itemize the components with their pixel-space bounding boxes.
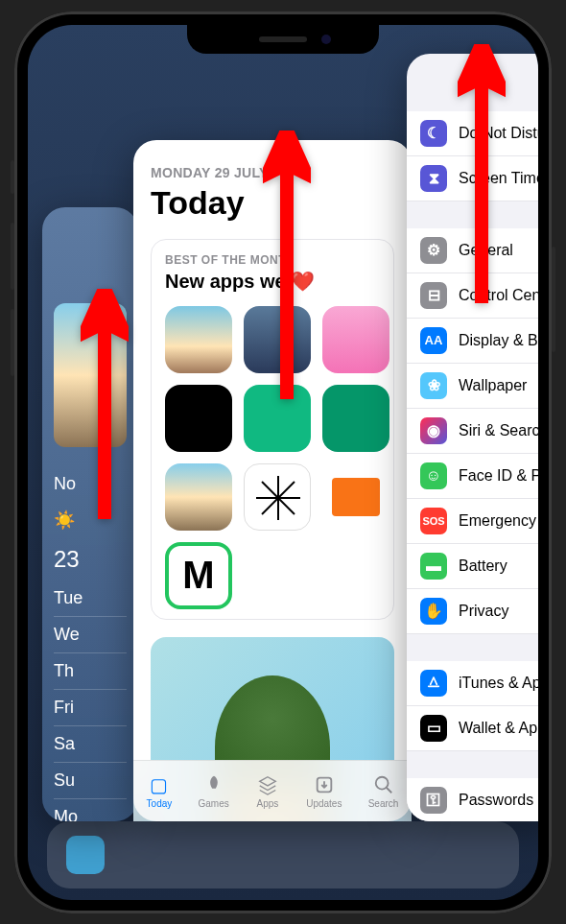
swipe-up-arrow xyxy=(263,130,311,403)
tab-updates[interactable]: Updates xyxy=(306,773,342,809)
settings-separator xyxy=(407,751,538,778)
iphone-frame: • • • • • • • • • • No ☀️ 23 Tue We Th F… xyxy=(14,12,552,913)
settings-row-wallet[interactable]: ▭ Wallet & Apple Pay xyxy=(407,706,538,751)
power-button xyxy=(552,247,555,352)
weather-day: Sa xyxy=(54,726,127,763)
tab-today[interactable]: ▢ Today xyxy=(147,773,173,809)
download-icon xyxy=(312,773,337,796)
volume-down-button xyxy=(11,309,14,376)
settings-row-emergency[interactable]: SOS Emergency SOS xyxy=(407,499,538,544)
settings-row-battery[interactable]: ▬ Battery xyxy=(407,544,538,589)
gear-icon: ⚙ xyxy=(420,237,447,264)
tab-games[interactable]: Games xyxy=(199,773,229,809)
rocket-icon xyxy=(201,773,226,796)
app-tile[interactable] xyxy=(244,463,311,531)
swipe-up-arrow xyxy=(81,289,129,523)
settings-group: iTunes & App Store ▭ Wallet & Apple Pay xyxy=(407,661,538,751)
app-tile[interactable] xyxy=(322,306,389,373)
silence-switch xyxy=(11,160,14,194)
app-tile[interactable] xyxy=(322,463,389,531)
weather-day: Th xyxy=(54,653,127,690)
appstore-tab-bar: ▢ Today Games Apps xyxy=(133,760,412,821)
phone-screen: • • • • • • • • • • No ☀️ 23 Tue We Th F… xyxy=(28,25,538,900)
settings-row-itunes[interactable]: iTunes & App Store xyxy=(407,661,538,706)
app-tile-m[interactable]: M xyxy=(165,542,232,609)
svg-point-5 xyxy=(375,776,388,789)
app-tile[interactable] xyxy=(322,385,389,452)
settings-row-faceid[interactable]: ☺ Face ID & Passcode xyxy=(407,454,538,499)
weather-day: Su xyxy=(54,763,127,799)
settings-row-privacy[interactable]: ✋ Privacy xyxy=(407,589,538,634)
face-icon: ☺ xyxy=(420,462,447,489)
settings-separator xyxy=(407,634,538,661)
app-tile[interactable] xyxy=(165,463,232,531)
settings-row-wallpaper[interactable]: ❀ Wallpaper xyxy=(407,364,538,409)
settings-row-siri[interactable]: ◉ Siri & Search xyxy=(407,409,538,454)
dock-app-icon xyxy=(66,836,105,874)
weather-temperature: 23 xyxy=(54,538,127,580)
wallet-icon: ▭ xyxy=(420,715,447,742)
layers-icon xyxy=(255,773,280,796)
appstore-icon xyxy=(420,670,447,697)
key-icon: ⚿ xyxy=(420,787,447,814)
hourglass-icon: ⧗ xyxy=(420,165,447,192)
search-icon xyxy=(371,773,396,796)
settings-row-passwords[interactable]: ⚿ Passwords & Accounts xyxy=(407,778,538,821)
svg-line-6 xyxy=(386,787,391,793)
today-icon: ▢ xyxy=(147,773,172,796)
settings-group: ⚿ Passwords & Accounts xyxy=(407,778,538,821)
flower-icon: ❀ xyxy=(420,372,447,399)
moon-icon: ☾ xyxy=(420,120,447,147)
app-tile[interactable] xyxy=(165,306,232,373)
siri-icon: ◉ xyxy=(420,417,447,444)
weather-day: We xyxy=(54,617,127,653)
swipe-up-arrow xyxy=(458,44,506,307)
switches-icon: ⊟ xyxy=(420,282,447,309)
text-size-icon: AA xyxy=(420,327,447,354)
weather-day: Tue xyxy=(54,580,127,617)
volume-up-button xyxy=(11,223,14,290)
front-camera xyxy=(321,35,331,44)
speaker-grille xyxy=(259,36,307,42)
notch xyxy=(187,25,379,54)
weather-day: Mo xyxy=(54,799,127,821)
home-dock xyxy=(47,821,519,888)
sos-icon: SOS xyxy=(420,508,447,534)
tab-search[interactable]: Search xyxy=(368,773,399,809)
hand-icon: ✋ xyxy=(420,598,447,625)
tab-apps[interactable]: Apps xyxy=(255,773,280,809)
settings-row-display[interactable]: AA Display & Brightness xyxy=(407,319,538,364)
app-tile[interactable] xyxy=(165,385,232,452)
battery-icon: ▬ xyxy=(420,553,447,580)
weather-day: Fri xyxy=(54,690,127,726)
